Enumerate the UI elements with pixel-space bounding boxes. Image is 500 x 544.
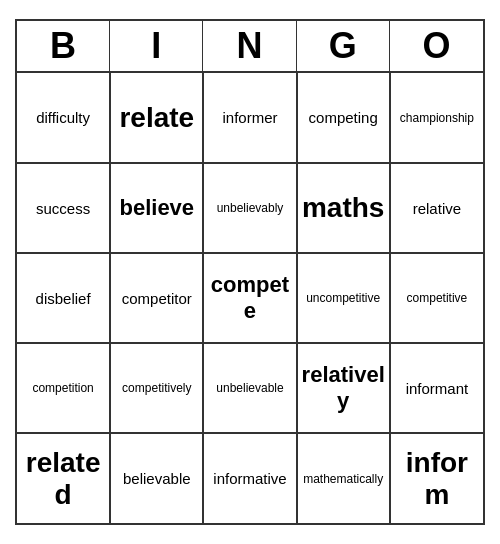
bingo-cell: mathematically [297, 433, 390, 523]
bingo-cell: competition [17, 343, 110, 433]
bingo-cell: competitively [110, 343, 203, 433]
bingo-cell: uncompetitive [297, 253, 390, 343]
bingo-cell: believable [110, 433, 203, 523]
bingo-cell: unbelievably [203, 163, 296, 253]
bingo-cell: informative [203, 433, 296, 523]
header-letter: G [297, 21, 390, 71]
bingo-grid: difficultyrelateinformercompetingchampio… [17, 73, 483, 523]
bingo-cell: success [17, 163, 110, 253]
bingo-cell: maths [297, 163, 390, 253]
bingo-cell: competitive [390, 253, 483, 343]
bingo-cell: relatively [297, 343, 390, 433]
bingo-cell: competing [297, 73, 390, 163]
bingo-cell: inform [390, 433, 483, 523]
bingo-cell: related [17, 433, 110, 523]
header-letter: B [17, 21, 110, 71]
bingo-cell: unbelievable [203, 343, 296, 433]
bingo-header: BINGO [17, 21, 483, 73]
bingo-cell: relate [110, 73, 203, 163]
bingo-cell: believe [110, 163, 203, 253]
bingo-cell: competitor [110, 253, 203, 343]
bingo-card: BINGO difficultyrelateinformercompetingc… [15, 19, 485, 525]
bingo-cell: compete [203, 253, 296, 343]
header-letter: O [390, 21, 483, 71]
bingo-cell: informer [203, 73, 296, 163]
header-letter: I [110, 21, 203, 71]
bingo-cell: disbelief [17, 253, 110, 343]
bingo-cell: difficulty [17, 73, 110, 163]
bingo-cell: informant [390, 343, 483, 433]
header-letter: N [203, 21, 296, 71]
bingo-cell: championship [390, 73, 483, 163]
bingo-cell: relative [390, 163, 483, 253]
